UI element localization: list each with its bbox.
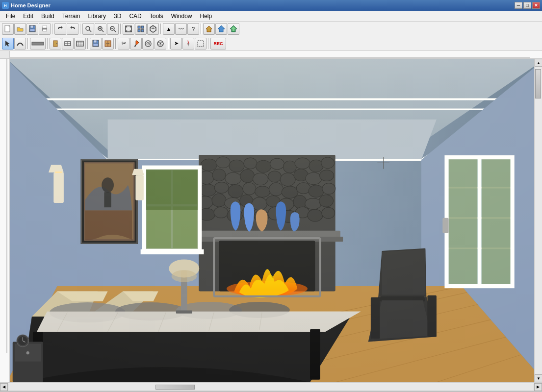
svg-rect-24 bbox=[138, 29, 140, 32]
svg-line-28 bbox=[153, 27, 156, 29]
separator3 bbox=[120, 24, 121, 34]
up-arrow-button[interactable]: ▲ bbox=[163, 23, 175, 35]
view3d-button[interactable] bbox=[147, 23, 159, 35]
zoom-lens-button[interactable] bbox=[82, 23, 94, 35]
menu-tools[interactable]: Tools bbox=[146, 12, 167, 21]
menu-window[interactable]: Window bbox=[167, 12, 196, 21]
separator9 bbox=[115, 38, 116, 49]
undo-button[interactable] bbox=[54, 23, 66, 35]
zoom-out-button[interactable] bbox=[107, 23, 119, 35]
toolbar2: ✂ ➤ N REC bbox=[0, 36, 542, 51]
scroll-track-vertical[interactable] bbox=[535, 67, 542, 374]
record-button[interactable]: REC bbox=[210, 38, 226, 49]
svg-rect-47 bbox=[94, 40, 97, 43]
svg-rect-22 bbox=[138, 26, 140, 28]
house-top-button[interactable] bbox=[228, 23, 239, 35]
cabinet-tool[interactable] bbox=[102, 38, 114, 49]
house-outline-button[interactable] bbox=[203, 23, 215, 35]
paint-tool[interactable] bbox=[130, 38, 142, 49]
svg-point-51 bbox=[106, 43, 107, 44]
menu-edit[interactable]: Edit bbox=[19, 12, 37, 21]
svg-marker-30 bbox=[206, 26, 212, 32]
separator5 bbox=[201, 24, 202, 34]
scroll-left-button[interactable]: ◀ bbox=[0, 383, 8, 391]
menu-cad[interactable]: CAD bbox=[125, 12, 145, 21]
wall-tool[interactable] bbox=[30, 38, 46, 49]
svg-rect-7 bbox=[43, 29, 47, 31]
separator11 bbox=[208, 38, 209, 49]
svg-point-8 bbox=[86, 26, 90, 30]
door-tool[interactable] bbox=[50, 38, 61, 49]
svg-marker-34 bbox=[5, 41, 10, 47]
title-bar: H Home Designer ─ □ ✕ bbox=[0, 0, 542, 11]
separator7 bbox=[47, 38, 48, 49]
house-filled-button[interactable] bbox=[215, 23, 227, 35]
toolbar1: ▲ 〰 ? bbox=[0, 22, 542, 36]
scroll-right-button[interactable]: ▶ bbox=[534, 383, 542, 391]
title-bar-left: H Home Designer bbox=[2, 2, 51, 9]
menu-help[interactable]: Help bbox=[196, 12, 216, 21]
svg-point-58 bbox=[160, 43, 161, 44]
material-tool[interactable] bbox=[155, 38, 166, 49]
room-scene bbox=[10, 59, 542, 382]
curve-tool[interactable] bbox=[14, 38, 26, 49]
menu-terrain[interactable]: Terrain bbox=[58, 12, 84, 21]
menu-library[interactable]: Library bbox=[84, 12, 110, 21]
svg-point-37 bbox=[56, 43, 57, 44]
delete-tool[interactable]: ✂ bbox=[118, 38, 129, 49]
svg-rect-23 bbox=[141, 26, 144, 28]
select-all-button[interactable] bbox=[135, 23, 147, 35]
print-button[interactable] bbox=[39, 23, 51, 35]
ruler-vertical bbox=[0, 59, 10, 382]
fit-button[interactable] bbox=[123, 23, 134, 35]
scrollbar-horizontal[interactable] bbox=[8, 384, 534, 391]
select-region-tool[interactable] bbox=[195, 38, 206, 49]
open-button[interactable] bbox=[14, 23, 26, 35]
separator4 bbox=[160, 24, 161, 34]
scroll-up-button[interactable]: ▲ bbox=[535, 59, 542, 67]
separator6 bbox=[27, 38, 28, 49]
separator bbox=[52, 24, 53, 34]
svg-rect-25 bbox=[141, 29, 144, 32]
close-button[interactable]: ✕ bbox=[532, 2, 540, 9]
zoom-in-button[interactable] bbox=[95, 23, 106, 35]
svg-marker-31 bbox=[218, 25, 225, 32]
app-icon: H bbox=[2, 2, 9, 9]
separator8 bbox=[87, 38, 88, 49]
ruler-horizontal: // We'll add ruler ticks via JS below bbox=[0, 51, 542, 59]
arrow-tool[interactable]: ➤ bbox=[170, 38, 182, 49]
minimize-button[interactable]: ─ bbox=[515, 2, 522, 9]
svg-rect-62 bbox=[198, 41, 204, 47]
window-tool[interactable] bbox=[62, 38, 74, 49]
scroll-thumb-horizontal[interactable] bbox=[155, 385, 195, 390]
scrollbar-vertical[interactable]: ▲ ▼ bbox=[534, 59, 542, 382]
wave-button[interactable]: 〰 bbox=[175, 23, 187, 35]
maximize-button[interactable]: □ bbox=[523, 2, 531, 9]
save-button[interactable] bbox=[26, 23, 38, 35]
question-button[interactable]: ? bbox=[187, 23, 199, 35]
texture-tool[interactable] bbox=[142, 38, 154, 49]
scroll-down-button[interactable]: ▼ bbox=[535, 374, 542, 382]
new-button[interactable] bbox=[2, 23, 14, 35]
svg-rect-48 bbox=[93, 44, 98, 46]
compass-tool[interactable]: N bbox=[182, 38, 194, 49]
svg-rect-41 bbox=[77, 41, 83, 46]
title-bar-right: ─ □ ✕ bbox=[515, 2, 540, 9]
save-tool[interactable] bbox=[90, 38, 102, 49]
menu-3d[interactable]: 3D bbox=[110, 12, 125, 21]
svg-rect-3 bbox=[30, 25, 33, 28]
scroll-thumb-vertical[interactable] bbox=[535, 69, 541, 98]
svg-line-9 bbox=[89, 30, 91, 32]
select-tool[interactable] bbox=[2, 38, 14, 49]
canvas-area[interactable]: ▲ ▼ bbox=[10, 59, 542, 382]
svg-rect-35 bbox=[32, 42, 44, 45]
menu-file[interactable]: File bbox=[2, 12, 19, 21]
app-title: Home Designer bbox=[11, 2, 51, 8]
floor-tool[interactable] bbox=[74, 38, 86, 49]
separator10 bbox=[168, 38, 169, 49]
menu-build[interactable]: Build bbox=[37, 12, 58, 21]
svg-line-11 bbox=[102, 30, 103, 32]
redo-button[interactable] bbox=[67, 23, 78, 35]
svg-text:N: N bbox=[187, 40, 188, 42]
bottom-area: ◀ ▶ bbox=[0, 382, 542, 391]
